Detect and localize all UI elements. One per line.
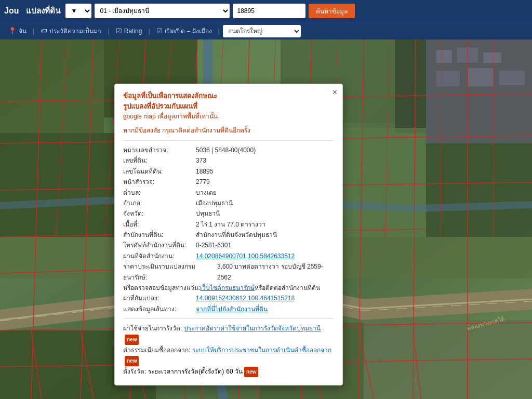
popup-field-label: จังหวัด: (123, 208, 196, 219)
svg-rect-18 (457, 47, 478, 63)
popup-field-label: หมายเลขสำรวจ: (123, 145, 196, 155)
footer-value-3: ระยะเวลาการรังวัด(ตั้งรังวัด) (148, 366, 224, 378)
popup-field-value: 2779 (196, 177, 210, 187)
filter-history-label: ประวัติความเป็นมา (49, 26, 101, 36)
popup-field-value[interactable]: 14.020864900701,100.5842633512 (196, 251, 295, 261)
popup-footer-2: ค่าธรรมเนียมชื้อออกจาก: ระบบให้บริการประ… (123, 345, 334, 367)
app-logo: Jou (4, 6, 19, 16)
popup-field-value: ปทุมธานี (196, 208, 220, 219)
popup-field-value: 3,600 บาทต่อตารางวา รอบบัญชี 2559-2562 (217, 261, 334, 283)
svg-line-24 (81, 39, 94, 399)
popup-field-label: เนื้อที่: (123, 219, 196, 230)
svg-rect-10 (426, 123, 532, 237)
parcel-id-input[interactable] (233, 4, 305, 18)
popup-field-suffix: หรือติดต่อสำนักงานที่ดิน (255, 283, 320, 293)
filter-location[interactable]: 📍 จัน (5, 25, 30, 37)
svg-rect-19 (483, 52, 501, 63)
popup-field-row: เลขที่ดิน:373 (123, 155, 334, 166)
popup-field-label: หน้าสำรวจ: (123, 177, 196, 187)
popup-field-value: บางเตย (196, 188, 217, 198)
footer-label-1: ผ่าใช้จ่ายในการรังวัด: (123, 323, 182, 335)
popup-field-row: ผ่าที่กัมแปลง:14.009152430612,100.464151… (123, 293, 334, 303)
popup-field-row: เลขโฉนดที่ดิน:18895 (123, 166, 334, 177)
district-dropdown[interactable]: อนตโกรใหญ่ (223, 25, 301, 37)
svg-line-54 (358, 330, 374, 399)
svg-line-45 (385, 39, 390, 237)
popup-subtitle-line1: google map เพื่อดูสภาพพื้นที่เท่านั้น (123, 112, 334, 121)
filter-openclose-label: เปิด/ปิด – ฝังเมือง (165, 26, 212, 36)
footer-badge-1: new (125, 335, 139, 345)
svg-rect-1 (0, 39, 104, 133)
popup-field-label: ผ่าที่กัมแปลง: (123, 293, 196, 303)
popup-field-label: สำนักงานที่ดิน: (123, 230, 196, 240)
popup-title-line1: ข้อมูลที่เป็นเพื่อการแสดงลักษณะ (123, 91, 334, 101)
svg-rect-17 (436, 50, 452, 63)
svg-line-39 (56, 39, 68, 237)
popup-field-value: 0-2581-6301 (196, 240, 231, 250)
rating-icon: ☑ (116, 27, 122, 35)
filter-location-label: จัน (19, 26, 26, 36)
footer-badge-3: new (244, 367, 258, 377)
popup-field-label: ราคาประเมินราบแปลงกรมธนารักษ์: (123, 261, 217, 283)
popup-field-label: ตำบล: (123, 188, 196, 198)
popup-field-value: เมืองปทุมธานี (196, 198, 233, 208)
popup-field-row: แสดงข้อมูลเส้นทาง:จากที่นี่ไปยังสำนักงาน… (123, 304, 334, 314)
popup-field-row: อำเภอ:เมืองปทุมธานี (123, 198, 334, 208)
filter-rating-label: Rating (124, 28, 142, 35)
footer-badge-2: new (125, 356, 139, 366)
popup-fields: หมายเลขสำรวจ:5036 | 5848-00(4000)เลขที่ด… (123, 145, 334, 314)
popup-field-row: หรือตรวจสอบข้อมูลทางแว่น:เว็บไซต์กรมธนาร… (123, 283, 334, 293)
svg-rect-21 (468, 68, 494, 86)
footer-link-1[interactable]: ประกาศอัตราค่าใช้จ่ายในการรังวัดจังหวัดป… (184, 323, 321, 335)
popup-divider-2 (123, 318, 334, 319)
popup-divider-1 (123, 140, 334, 141)
footer-link-2[interactable]: ระบบให้บริการประชาชนในการดำเนินคำชื้อออก… (192, 345, 331, 356)
popup-field-label: เลขโฉนดที่ดิน: (123, 166, 196, 177)
popup-field-value: 5036 | 5848-00(4000) (196, 145, 256, 155)
popup-field-row: ราคาประเมินราบแปลงกรมธนารักษ์:3,600 บาทต… (123, 261, 334, 283)
filter-open-close[interactable]: ☑ เปิด/ปิด – ฝังเมือง (153, 25, 215, 37)
svg-line-29 (358, 39, 364, 399)
history-icon: 🏷 (41, 27, 47, 35)
svg-line-46 (441, 39, 442, 237)
popup-field-label: เลขที่ดิน: (123, 155, 196, 166)
location-icon: 📍 (8, 27, 17, 35)
popup-field-value[interactable]: เว็บไซต์กรมธนารักษ์ (200, 283, 255, 293)
popup-field-row: สำนักงานที่ดิน:สำนักงานที่ดินจังหวัดปทุม… (123, 230, 334, 240)
popup-field-value: 373 (196, 155, 206, 166)
popup-field-label: หรือตรวจสอบข้อมูลทางแว่น: (123, 283, 200, 293)
svg-rect-20 (436, 71, 460, 86)
svg-rect-5 (395, 39, 532, 133)
popup-field-label: โทรศัพท์สำนักงานที่ดิน: (123, 240, 196, 250)
app-title: แปลงที่ดิน (26, 5, 60, 17)
footer-suffix-3: 60 วัน (226, 366, 243, 378)
popup-footer-1: ผ่าใช้จ่ายในการรังวัด: ประกาศอัตราค่าใช้… (123, 323, 334, 345)
popup-subtitle-line2: หากมีข้อสงสัย กรุณาติดต่อสำนักงานที่ดินอ… (123, 126, 334, 135)
popup-field-value[interactable]: จากที่นี่ไปยังสำนักงานที่ดิน (196, 304, 268, 314)
popup-close-button[interactable]: × (332, 88, 337, 97)
svg-rect-22 (499, 71, 525, 85)
search-button[interactable]: ค้นหาข้อมูล (309, 4, 355, 18)
svg-line-30 (413, 39, 416, 399)
filter-bar: 📍 จัน | 🏷 ประวัติความเป็นมา | ☑ Rating |… (0, 22, 532, 39)
filter-history[interactable]: 🏷 ประวัติความเป็นมา (37, 25, 104, 37)
svg-line-55 (413, 330, 421, 399)
popup-field-value[interactable]: 14.009152430612,100.4641515218 (196, 293, 295, 303)
region-select[interactable]: ▼ (65, 4, 91, 18)
popup-field-row: หน้าสำรวจ:2779 (123, 177, 334, 187)
popup-field-row: ตำบล:บางเตย (123, 188, 334, 198)
popup-field-label: อำเภอ: (123, 198, 196, 208)
popup-field-value: สำนักงานที่ดินจังหวัดปทุมธานี (196, 230, 277, 240)
svg-rect-16 (426, 39, 532, 143)
popup-field-row: หมายเลขสำรวจ:5036 | 5848-00(4000) (123, 145, 334, 155)
popup-field-label: ผ่านที่จัดสำนักงาน: (123, 251, 196, 261)
filter-rating[interactable]: ☑ Rating (113, 26, 145, 36)
province-select[interactable]: 01 - เมืองปทุมธานี (95, 4, 230, 18)
popup-footer-3: ตั้งรังวัด: ระยะเวลาการรังวัด(ตั้งรังวัด… (123, 366, 334, 378)
map-area[interactable]: คลองบางเกตุใต้ × ข้อมูลที่เป็นเพื่อการแส… (0, 39, 532, 399)
popup-field-value: 18895 (196, 166, 213, 177)
popup-field-row: เนื้อที่:2 ไร่ 1 งาน 77.0 ตารางวา (123, 219, 334, 230)
land-info-popup: × ข้อมูลที่เป็นเพื่อการแสดงลักษณะ รูปแบล… (114, 84, 343, 385)
svg-rect-6 (0, 133, 125, 237)
popup-field-row: จังหวัด:ปทุมธานี (123, 208, 334, 219)
